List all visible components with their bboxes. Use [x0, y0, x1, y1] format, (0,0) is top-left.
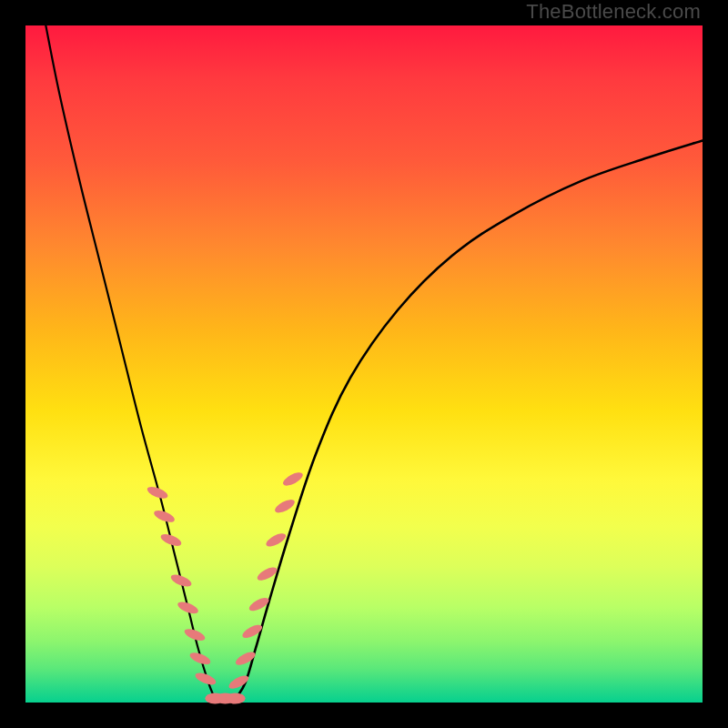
bead [183, 626, 207, 642]
bead [177, 600, 200, 616]
curve-right-arm [236, 140, 703, 699]
bead [169, 572, 193, 589]
plot-area [25, 25, 703, 703]
bead [273, 497, 297, 515]
curve-left-arm [46, 25, 215, 699]
bead-group [146, 470, 305, 703]
curve-layer [25, 25, 703, 703]
bead [226, 693, 246, 704]
watermark-text: TheBottleneck.com [526, 0, 701, 24]
bead [159, 531, 183, 548]
chart-frame: TheBottleneck.com [0, 0, 728, 728]
bead [281, 470, 305, 488]
